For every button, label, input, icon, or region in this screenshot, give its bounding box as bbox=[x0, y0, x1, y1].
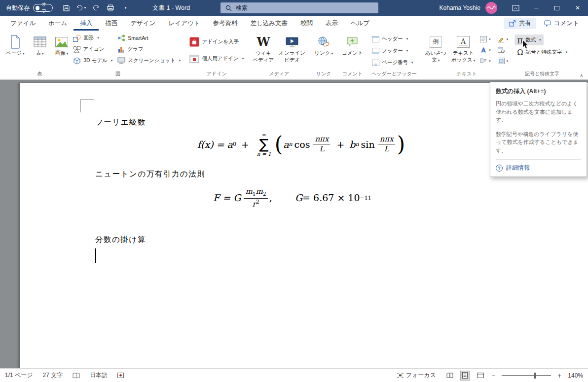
autosave-control[interactable]: 自動保存 オフ bbox=[6, 4, 53, 12]
minimize-button[interactable]: ─ bbox=[526, 0, 547, 16]
tab-actions: 共有 コメント bbox=[504, 16, 584, 31]
zoom-in-button[interactable]: + bbox=[557, 372, 561, 380]
tab-review[interactable]: 校閲 bbox=[294, 16, 319, 31]
comments-button[interactable]: コメント bbox=[539, 18, 584, 29]
wordart-icon: A bbox=[480, 47, 487, 53]
chevron-down-icon: ▾ bbox=[565, 50, 567, 54]
group-label-symbols: 記号と特殊文字 bbox=[514, 70, 570, 79]
customize-quick-access-button[interactable]: ▾ bbox=[119, 1, 132, 14]
chevron-down-icon: ▾ bbox=[489, 59, 491, 63]
group-pages: ページ▾ bbox=[2, 31, 29, 79]
read-mode-button[interactable] bbox=[445, 371, 454, 380]
tab-home[interactable]: ホーム bbox=[42, 16, 74, 31]
doc-heading-fractions[interactable]: 分数の掛け算 bbox=[95, 235, 146, 245]
tab-view[interactable]: 表示 bbox=[319, 16, 344, 31]
undo-menu-chevron-icon[interactable]: ▾ bbox=[84, 6, 86, 10]
text-box-button[interactable]: A テキスト ボックス▾ bbox=[449, 33, 478, 64]
web-layout-button[interactable] bbox=[476, 371, 485, 380]
language-indicator[interactable]: 日本語 bbox=[90, 371, 108, 380]
proofing-button[interactable] bbox=[73, 373, 80, 379]
group-label-table: 表 bbox=[31, 70, 49, 79]
collapse-ribbon-button[interactable]: ∧ bbox=[580, 73, 583, 78]
equation-button[interactable]: π 数式 ▾ bbox=[514, 35, 543, 45]
3d-models-button[interactable]: 3D モデル ▾ bbox=[71, 55, 115, 66]
quick-parts-button[interactable]: ▾ bbox=[478, 35, 492, 44]
undo-button[interactable]: ▾ bbox=[74, 1, 87, 14]
doc-heading-fourier[interactable]: フーリエ級数 bbox=[95, 117, 146, 128]
share-button[interactable]: 共有 bbox=[504, 18, 536, 29]
zoom-out-button[interactable]: − bbox=[491, 372, 495, 380]
group-links: リンク▾ リンク bbox=[310, 31, 337, 79]
tab-design[interactable]: デザイン bbox=[124, 16, 162, 31]
footer-button[interactable]: フッター ▾ bbox=[369, 45, 410, 56]
greeting-button[interactable]: 例 あいさつ 文▾ bbox=[423, 33, 449, 64]
table-label: 表 bbox=[36, 50, 41, 56]
picture-icon bbox=[55, 34, 68, 50]
avatar[interactable] bbox=[485, 2, 497, 14]
tab-help[interactable]: ヘルプ bbox=[344, 16, 376, 31]
zoom-slider-thumb[interactable] bbox=[534, 373, 536, 379]
word-count[interactable]: 27 文字 bbox=[43, 371, 63, 380]
page-number-button[interactable]: ページ番号 ▾ bbox=[369, 57, 416, 68]
autosave-state: オフ bbox=[41, 1, 50, 15]
my-addins-label: 個人用アドイン bbox=[202, 55, 238, 62]
zoom-slider[interactable] bbox=[502, 375, 551, 376]
wikipedia-button[interactable]: W ウィキ ペディア bbox=[250, 33, 276, 64]
search-box[interactable]: 検索 bbox=[220, 2, 378, 13]
new-comment-button[interactable]: コメント bbox=[339, 33, 366, 57]
tab-draw[interactable]: 描画 bbox=[99, 16, 124, 31]
page-icon bbox=[10, 34, 21, 50]
equation-tooltip: 数式の挿入 (Alt+=) 円の領域や二次方程式などのよく使われる数式を文書に追… bbox=[490, 82, 587, 177]
tab-references[interactable]: 参考資料 bbox=[206, 16, 244, 31]
share-icon bbox=[509, 20, 516, 27]
get-addins-button[interactable]: アドインを入手 bbox=[187, 35, 241, 48]
equation-fourier[interactable]: f(x) = a0 + ∞ ∑ n = 1 ( an cos nπx L + bbox=[197, 132, 405, 156]
table-button[interactable]: 表▾ bbox=[31, 33, 49, 57]
screenshot-button[interactable]: スクリーンショット ▾ bbox=[115, 55, 183, 66]
save-button[interactable] bbox=[60, 1, 73, 14]
macro-record-button[interactable] bbox=[117, 373, 124, 378]
shapes-button[interactable]: 図形 ▾ bbox=[71, 33, 115, 43]
autosave-toggle[interactable]: オフ bbox=[33, 4, 53, 12]
tell-me-more-link[interactable]: ? 詳細情報 bbox=[496, 164, 581, 172]
doc-heading-newton[interactable]: ニュートンの万有引力の法則 bbox=[95, 169, 205, 179]
object-button[interactable]: ▾ bbox=[496, 56, 510, 66]
pages-button[interactable]: ページ▾ bbox=[3, 33, 27, 57]
online-video-button[interactable]: オンライン ビデオ bbox=[276, 33, 308, 64]
group-illustrations: 画像▾ 図形 ▾ アイコン 3D モデル ▾ bbox=[51, 31, 185, 79]
focus-mode-button[interactable]: フォーカス bbox=[397, 371, 436, 380]
tab-mailings[interactable]: 差し込み文書 bbox=[244, 16, 294, 31]
header-label: ヘッダー bbox=[382, 35, 403, 42]
page-indicator[interactable]: 1/1 ページ bbox=[5, 371, 33, 380]
signature-line-button[interactable]: ▾ bbox=[496, 35, 510, 44]
autosave-label: 自動保存 bbox=[6, 4, 30, 12]
chevron-down-icon: ▾ bbox=[406, 37, 408, 41]
header-button[interactable]: ヘッダー ▾ bbox=[369, 34, 410, 44]
close-button[interactable]: ✕ bbox=[567, 0, 588, 16]
my-addins-button[interactable]: 個人用アドイン ▾ bbox=[187, 52, 246, 65]
print-layout-button[interactable] bbox=[461, 371, 470, 380]
maximize-button[interactable] bbox=[547, 0, 567, 16]
printer-icon bbox=[107, 4, 114, 11]
chart-button[interactable]: グラフ bbox=[115, 44, 183, 55]
tab-insert[interactable]: 挿入 bbox=[74, 16, 99, 31]
wordart-button[interactable]: A ▾ bbox=[478, 45, 492, 55]
user-name[interactable]: Kohama Yoshie bbox=[440, 4, 480, 11]
wikipedia-icon: W bbox=[257, 34, 270, 50]
drop-cap-button[interactable]: ▾ bbox=[478, 56, 492, 66]
text-box-label-2: ボックス bbox=[451, 57, 473, 63]
quick-print-button[interactable] bbox=[104, 1, 117, 14]
zoom-level[interactable]: 140% bbox=[568, 372, 583, 379]
link-button[interactable]: リンク▾ bbox=[312, 33, 335, 57]
tab-file[interactable]: ファイル bbox=[4, 16, 42, 31]
icons-button[interactable]: アイコン bbox=[71, 44, 115, 55]
ribbon-display-options-button[interactable] bbox=[505, 0, 526, 16]
pictures-button[interactable]: 画像▾ bbox=[53, 33, 71, 57]
smartart-button[interactable]: SmartArt bbox=[115, 33, 183, 43]
redo-button[interactable] bbox=[89, 1, 102, 14]
date-time-button[interactable] bbox=[496, 45, 510, 55]
pictures-label: 画像 bbox=[55, 50, 66, 56]
equation-gravity[interactable]: F = G m1m2 r2 , G = 6.67 × 10−11 bbox=[213, 187, 371, 208]
tab-layout[interactable]: レイアウト bbox=[162, 16, 206, 31]
comment-bubble-icon bbox=[544, 20, 551, 27]
